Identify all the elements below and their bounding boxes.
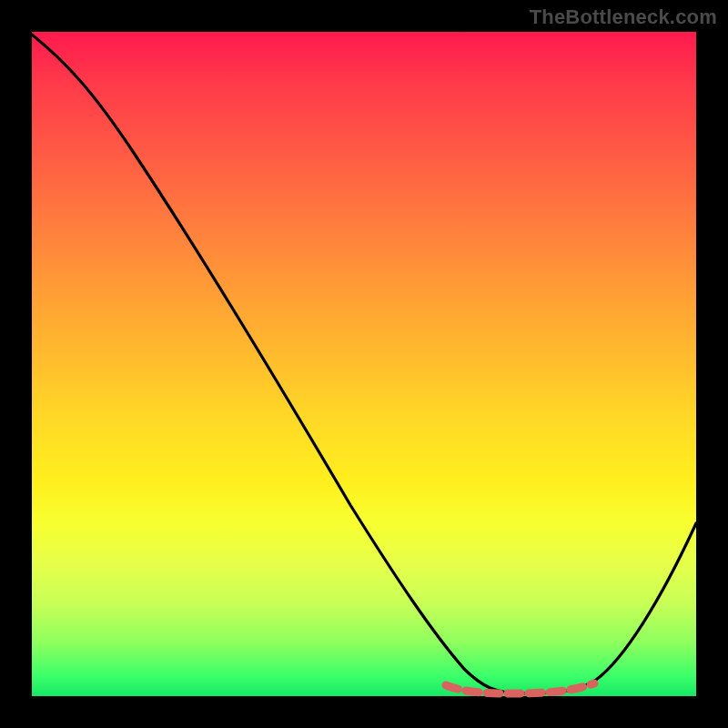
chart-svg — [32, 32, 696, 696]
bottleneck-curve-path — [32, 35, 696, 693]
chart-frame: TheBottleneck.com — [0, 0, 728, 728]
valley-marker-path — [446, 683, 594, 693]
watermark-text: TheBottleneck.com — [530, 5, 717, 29]
